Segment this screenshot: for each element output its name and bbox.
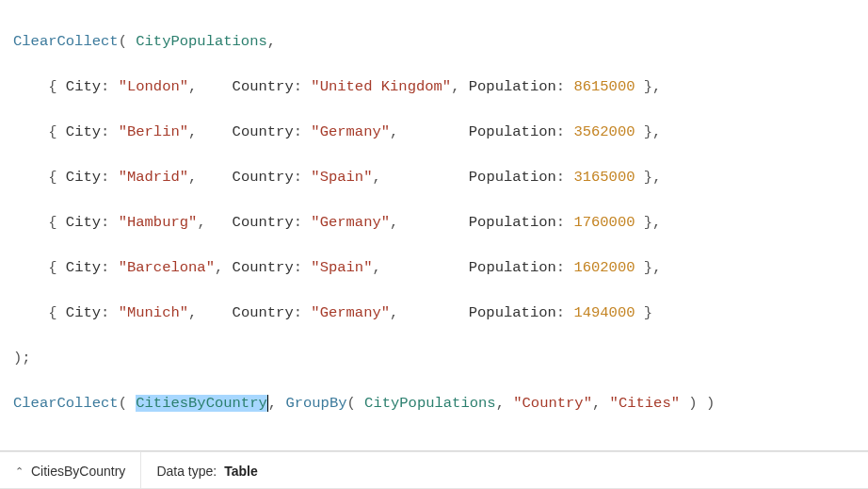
city-1: "Berlin" bbox=[119, 123, 188, 140]
results-header: ⌃ CitiesByCountry Data type: Table bbox=[0, 452, 868, 489]
pop-5: 1494000 bbox=[573, 304, 635, 321]
results-datatype: Data type: Table bbox=[141, 452, 272, 488]
country-4: "Spain" bbox=[311, 259, 372, 276]
pop-1: 3562000 bbox=[573, 123, 635, 140]
groupby-source: CityPopulations bbox=[364, 395, 496, 412]
var-citiesbycountry-selected[interactable]: CitiesByCountry bbox=[136, 395, 268, 412]
country-5: "Germany" bbox=[311, 304, 390, 321]
city-4: "Barcelona" bbox=[119, 259, 215, 276]
results-variable-header[interactable]: ⌃ CitiesByCountry bbox=[0, 452, 141, 488]
fn-clearcollect-1: ClearCollect bbox=[13, 33, 119, 50]
data-type-value: Table bbox=[224, 464, 258, 479]
var-citypopulations: CityPopulations bbox=[136, 33, 267, 50]
country-2: "Spain" bbox=[311, 169, 372, 186]
groupby-arg1: "Country" bbox=[513, 395, 592, 412]
country-0: "United Kingdom" bbox=[311, 78, 451, 95]
fn-clearcollect-2: ClearCollect bbox=[13, 395, 119, 412]
groupby-arg2: "Cities" bbox=[610, 395, 680, 412]
city-3: "Hamburg" bbox=[119, 214, 198, 231]
country-1: "Germany" bbox=[311, 123, 390, 140]
city-2: "Madrid" bbox=[119, 169, 188, 186]
formula-editor[interactable]: ClearCollect( CityPopulations, { City: "… bbox=[0, 0, 868, 451]
chevron-up-icon: ⌃ bbox=[15, 465, 24, 478]
city-0: "London" bbox=[119, 78, 188, 95]
results-variable-name: CitiesByCountry bbox=[31, 464, 125, 479]
fn-groupby: GroupBy bbox=[285, 395, 346, 412]
data-type-label: Data type: bbox=[156, 464, 217, 479]
pop-2: 3165000 bbox=[573, 169, 635, 186]
pop-3: 1760000 bbox=[573, 214, 635, 231]
pop-0: 8615000 bbox=[573, 78, 635, 95]
results-pane: ⌃ CitiesByCountry Data type: Table Citie… bbox=[0, 451, 868, 489]
city-5: "Munich" bbox=[119, 304, 188, 321]
country-3: "Germany" bbox=[311, 214, 390, 231]
pop-4: 1602000 bbox=[573, 259, 635, 276]
